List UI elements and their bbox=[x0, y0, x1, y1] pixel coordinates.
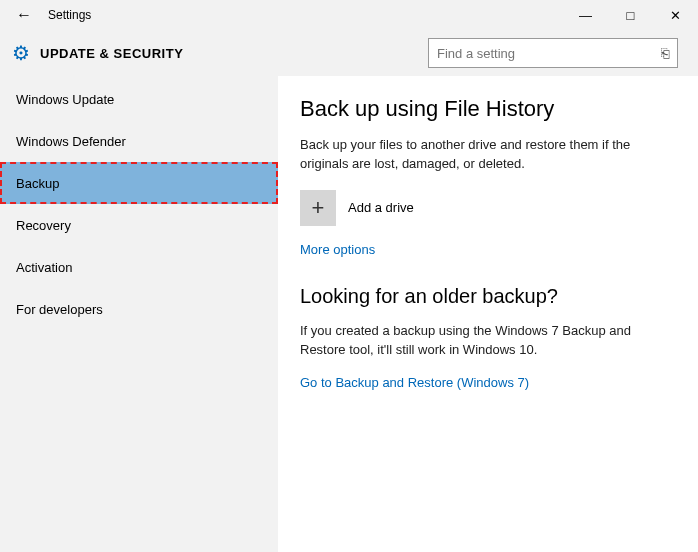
minimize-button[interactable]: — bbox=[563, 0, 608, 30]
sidebar-item-backup[interactable]: Backup bbox=[0, 162, 278, 204]
app-title: Settings bbox=[48, 8, 91, 22]
sidebar-item-recovery[interactable]: Recovery bbox=[0, 204, 278, 246]
body: Windows Update Windows Defender Backup R… bbox=[0, 76, 698, 552]
sidebar-item-activation[interactable]: Activation bbox=[0, 246, 278, 288]
sidebar-item-windows-defender[interactable]: Windows Defender bbox=[0, 120, 278, 162]
sidebar-item-windows-update[interactable]: Windows Update bbox=[0, 78, 278, 120]
more-options-link[interactable]: More options bbox=[300, 242, 375, 257]
section-title: UPDATE & SECURITY bbox=[40, 46, 183, 61]
heading-file-history: Back up using File History bbox=[300, 96, 670, 122]
add-drive-label: Add a drive bbox=[348, 200, 414, 215]
sidebar-item-label: Recovery bbox=[16, 218, 71, 233]
close-button[interactable]: ✕ bbox=[653, 0, 698, 30]
backup-restore-w7-link[interactable]: Go to Backup and Restore (Windows 7) bbox=[300, 375, 529, 390]
sidebar-item-for-developers[interactable]: For developers bbox=[0, 288, 278, 330]
search-box[interactable]: ⎗ bbox=[428, 38, 678, 68]
sidebar-item-label: Activation bbox=[16, 260, 72, 275]
paragraph-older-backup: If you created a backup using the Window… bbox=[300, 322, 670, 360]
sidebar-item-label: Windows Update bbox=[16, 92, 114, 107]
maximize-button[interactable]: □ bbox=[608, 0, 653, 30]
window-controls: — □ ✕ bbox=[563, 0, 698, 30]
heading-older-backup: Looking for an older backup? bbox=[300, 285, 670, 308]
plus-icon: + bbox=[312, 195, 325, 221]
sidebar-item-label: Backup bbox=[16, 176, 59, 191]
sidebar: Windows Update Windows Defender Backup R… bbox=[0, 76, 278, 552]
add-drive-button[interactable]: + bbox=[300, 190, 336, 226]
sidebar-item-label: Windows Defender bbox=[16, 134, 126, 149]
search-icon[interactable]: ⎗ bbox=[661, 45, 669, 61]
sidebar-item-label: For developers bbox=[16, 302, 103, 317]
back-arrow-icon[interactable]: ← bbox=[12, 6, 36, 24]
search-input[interactable] bbox=[437, 46, 661, 61]
content-pane: Back up using File History Back up your … bbox=[278, 76, 698, 552]
paragraph-file-history: Back up your files to another drive and … bbox=[300, 136, 670, 174]
add-drive-row: + Add a drive bbox=[300, 190, 670, 226]
gear-icon: ⚙ bbox=[12, 41, 30, 65]
header-row: ⚙ UPDATE & SECURITY ⎗ bbox=[0, 30, 698, 76]
titlebar: ← Settings — □ ✕ bbox=[0, 0, 698, 30]
